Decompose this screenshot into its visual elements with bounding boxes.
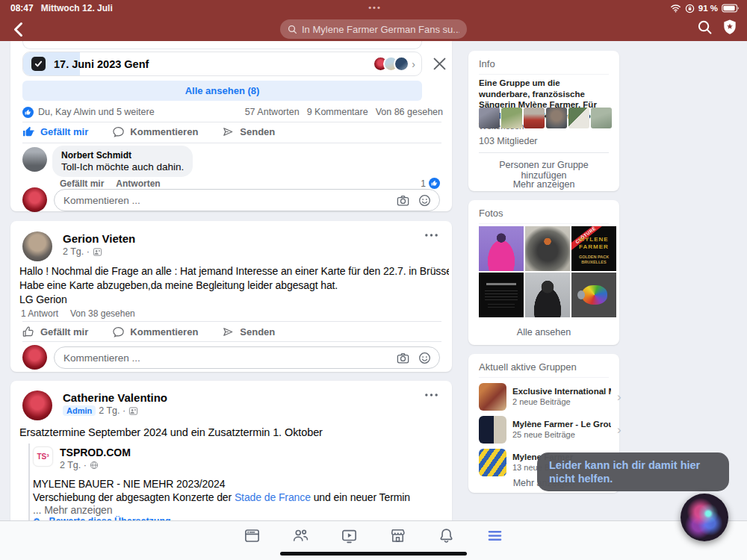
post-author-name[interactable]: Gerion Vieten [63,232,135,245]
emoji-icon[interactable] [418,193,432,208]
member-avatar[interactable] [568,108,589,128]
close-button[interactable] [433,57,446,70]
search-input[interactable] [302,24,459,35]
divider [22,143,441,143]
comment-input-row[interactable] [54,346,440,369]
my-avatar[interactable] [22,187,47,212]
post-author-name[interactable]: Catherine Valentino [63,391,167,404]
send-button[interactable]: Senden [222,125,275,138]
divider [22,341,441,342]
info-card: Info Eine Gruppe um die wunderbare, fran… [468,51,619,191]
chevron-right-icon: › [617,423,622,436]
post-menu-button[interactable] [421,230,441,240]
post-menu-button[interactable] [421,390,441,400]
comment-like-count[interactable]: 1 [421,178,440,189]
send-button[interactable]: Senden [222,326,275,338]
info-show-more-button[interactable]: Mehr anzeigen [479,179,609,190]
member-avatar[interactable] [501,108,522,128]
photo-thumbnail-golden-pack[interactable]: CLÔTURÉ MYLENE FARMER GOLDEN PACK BRUXEL… [571,226,616,271]
comment-button[interactable]: Kommentieren [112,326,198,338]
stadium-stage [577,290,585,299]
group-list-item[interactable]: Mylène Farmer - Le Groupe 25 neue Beiträ… [479,414,612,445]
info-card-title: Info [479,58,609,75]
siri-orb[interactable] [681,494,728,541]
group-new-posts: 2 neue Beiträge [512,397,611,406]
post-stats: 1 Antwort Von 38 gesehen [21,308,135,319]
see-all-button[interactable]: Alle ansehen (8) [22,81,422,101]
like-button[interactable]: Gefällt mir [22,326,88,338]
status-bar: 08:47 Mittwoch 12. Juli ••• 91 % [10,2,740,14]
checklist-row[interactable]: 17. Juni 2023 Genf › [22,52,422,76]
photo-grid: CLÔTURÉ MYLENE FARMER GOLDEN PACK BRUXEL… [479,226,616,317]
group-privacy-icon [93,247,102,257]
post-body-line: LG Gerion [19,293,449,307]
shared-source-logo[interactable]: TS³ [33,447,53,467]
photo-thumbnail-stadium-map[interactable] [571,273,616,317]
photos-card-title: Fotos [479,208,609,224]
replies-count[interactable]: 1 Antwort [21,308,58,319]
search-icon [288,25,297,34]
comment-actions: Gefällt mir Antworten [60,178,161,189]
member-avatar[interactable] [524,108,545,128]
commenter-avatar[interactable] [22,147,47,172]
comment-input-row[interactable] [54,189,440,211]
member-avatar[interactable] [591,108,612,128]
back-button[interactable] [7,19,28,40]
divider [22,321,441,322]
divider [479,152,609,153]
privacy-shield-button[interactable] [722,19,738,35]
liked-by-text[interactable]: Du, Kay Alwin und 5 weitere [38,107,155,117]
stadium-map-blob [582,285,607,305]
comment-button[interactable]: Kommentieren [112,125,198,138]
comment-like-count-number: 1 [421,178,426,189]
tab-menu-active[interactable] [486,527,503,544]
comment-input[interactable] [63,195,388,206]
shared-source-name[interactable]: TSPROD.COM [60,447,131,458]
shared-post-title: MYLENE BAUER - NIE MEHR 2023/2024 [33,477,225,491]
photo-thumbnail[interactable] [525,226,570,271]
divider [22,122,441,122]
member-avatar[interactable] [546,108,567,128]
post-time: 2 Tg. · [63,246,90,257]
comment-label: Kommentieren [130,326,198,337]
stade-de-france-link[interactable]: Stade de France [235,491,311,503]
tab-news-feed[interactable] [244,527,261,544]
shared-post-quote-bar [28,444,30,520]
checklist-item-label: 17. Juni 2023 Genf [54,58,149,70]
camera-icon[interactable] [396,351,410,365]
replies-count[interactable]: 57 Antworten [245,107,300,117]
member-avatar[interactable] [479,108,500,128]
cover-text: MYLENE [571,236,616,243]
group-list-item[interactable]: Exclusive International Mylèn... 2 neue … [479,381,612,412]
chevron-right-icon: › [617,391,622,403]
emoji-icon[interactable] [418,351,432,365]
comments-count[interactable]: 9 Kommentare [307,107,368,117]
camera-icon[interactable] [396,193,410,208]
post-author-avatar[interactable] [22,231,52,261]
member-avatar-strip[interactable] [479,108,612,128]
add-people-button[interactable]: Personen zur Gruppe hinzufügen [479,160,609,181]
like-button[interactable]: Gefällt mir [22,125,88,138]
photo-thumbnail[interactable] [525,273,570,317]
comment-reply-link[interactable]: Antworten [116,178,160,189]
tab-watch[interactable] [341,527,358,544]
tab-marketplace[interactable] [389,527,406,544]
comment-like-link[interactable]: Gefällt mir [60,178,104,189]
tab-friends[interactable] [292,527,309,544]
home-indicator[interactable] [280,552,467,556]
checkbox-checked[interactable] [31,57,46,71]
group-search-bar[interactable] [280,19,467,39]
participant-avatar-3[interactable] [394,56,409,72]
photo-thumbnail[interactable] [479,226,524,271]
post-body: Ersatztermine September 2024 und ein Zus… [19,426,323,440]
post-author-avatar[interactable] [22,391,52,420]
comment-input[interactable] [63,352,388,364]
comment-author[interactable]: Norbert Schmidt [61,150,184,161]
admin-badge: Admin [63,405,96,416]
tab-notifications[interactable] [438,527,455,544]
photo-text-lines [485,290,518,301]
my-avatar[interactable] [22,345,47,370]
photos-see-all-button[interactable]: Alle ansehen [479,327,609,337]
search-button[interactable] [697,19,713,35]
photo-thumbnail[interactable] [479,273,524,317]
